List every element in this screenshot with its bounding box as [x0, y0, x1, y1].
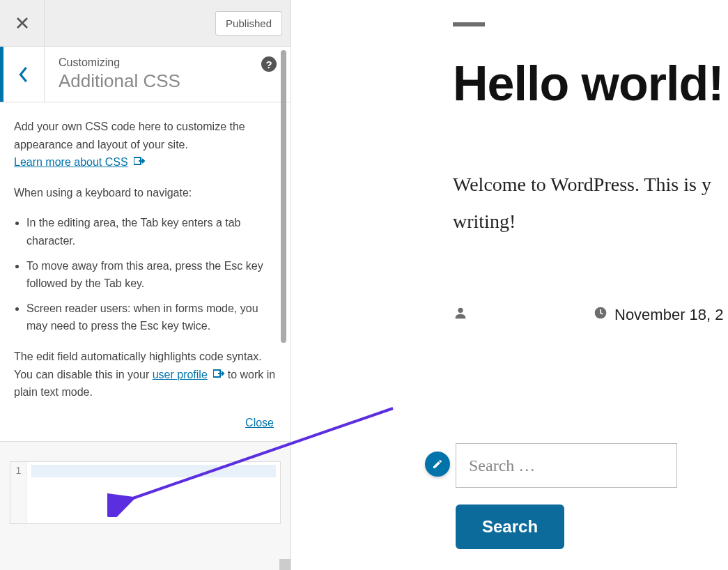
back-button[interactable] [0, 47, 45, 102]
close-icon [15, 16, 29, 30]
panel-title: Additional CSS [59, 70, 277, 92]
kb-tip-1: In the editing area, the Tab key enters … [26, 214, 277, 249]
description-panel: Add your own CSS code here to customize … [0, 102, 291, 441]
separator-line [453, 22, 485, 26]
search-input[interactable] [456, 443, 677, 488]
scrollbar-corner [279, 559, 291, 570]
line-number-gutter: 1 [10, 462, 27, 523]
post-body-line2: writing! [453, 210, 516, 232]
chevron-left-icon [17, 65, 30, 84]
post-date: November 18, 2 [614, 306, 724, 324]
desc-text: Add your own CSS code here to customize … [14, 121, 245, 151]
css-code-editor[interactable]: 1 [10, 461, 281, 524]
site-preview: Hello world! Welcome to WordPress. This … [291, 0, 728, 570]
clock-icon [594, 306, 607, 324]
kb-tip-3: Screen reader users: when in forms mode,… [26, 300, 277, 335]
close-customizer-button[interactable] [0, 0, 45, 46]
post-title: Hello world! [453, 56, 728, 111]
external-link-icon [213, 367, 224, 383]
help-button[interactable]: ? [261, 56, 277, 72]
editor-area: 1 [0, 441, 291, 570]
author-icon [453, 305, 468, 325]
post-body-line1: Welcome to WordPress. This is y [453, 174, 711, 195]
search-button[interactable]: Search [456, 504, 564, 549]
panel-subtitle: Customizing [59, 56, 277, 69]
kb-nav-intro: When using a keyboard to navigate: [14, 184, 277, 202]
scrollbar-thumb[interactable] [281, 50, 286, 343]
user-profile-link[interactable]: user profile [153, 369, 208, 380]
pencil-icon [432, 459, 443, 470]
code-line-1[interactable] [27, 462, 280, 523]
panel-header: Customizing Additional CSS ? [0, 46, 291, 102]
close-description-link[interactable]: Close [245, 417, 274, 429]
syntax-text-a: The edit field automatically highlights … [14, 351, 262, 380]
external-link-icon [134, 155, 145, 170]
edit-shortcut-button[interactable] [425, 452, 450, 477]
svg-point-0 [458, 308, 463, 313]
publish-status-button[interactable]: Published [215, 11, 282, 36]
search-widget: Search [456, 443, 728, 549]
top-bar: Published [0, 0, 291, 46]
kb-tip-2: To move away from this area, press the E… [26, 257, 277, 293]
learn-css-link[interactable]: Learn more about CSS [14, 156, 128, 168]
customizer-sidebar: Published Customizing Additional CSS ? A… [0, 0, 291, 570]
post-meta: November 18, 2 [453, 305, 728, 325]
